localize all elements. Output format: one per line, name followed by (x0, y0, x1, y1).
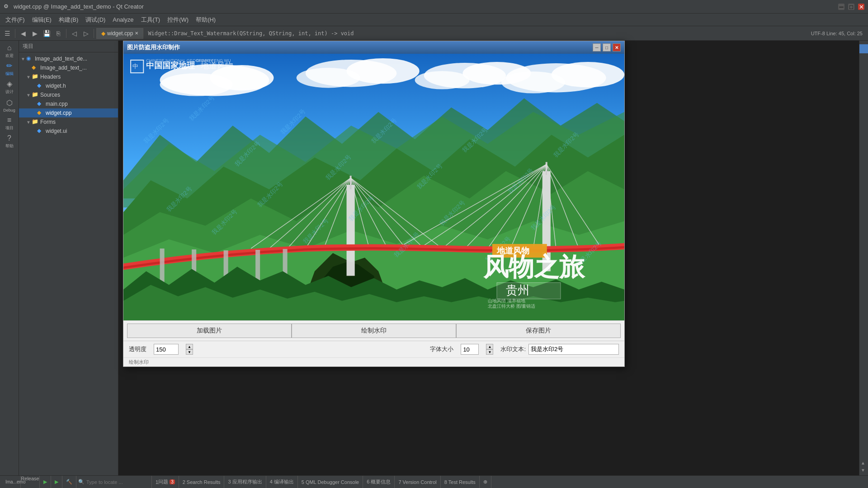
right-chevron-up[interactable]: ▲ (859, 459, 867, 466)
tab-file-icon: ◆ (101, 30, 105, 37)
sidebar-label-welcome: 欢迎 (5, 53, 14, 59)
tab-close-icon[interactable]: ✕ (135, 31, 138, 36)
menu-file[interactable]: 文件(F) (2, 15, 28, 25)
headers-folder-icon: 📁 (32, 73, 39, 80)
app-icon: ⚙ (4, 3, 11, 10)
tree-sources[interactable]: ▼ 📁 Sources (19, 90, 118, 99)
search-icon: 🔍 (78, 479, 85, 485)
menu-help[interactable]: 帮助(H) (192, 15, 219, 25)
problems-label: 问题 (158, 479, 168, 485)
status-compile-output[interactable]: 4 编译输出 (266, 476, 298, 488)
svg-text:北盘江特大桥 图/董锦适: 北盘江特大桥 图/董锦适 (488, 304, 536, 309)
tree-widget-cpp-label: widget.cpp (46, 110, 71, 116)
dialog-minimize-btn[interactable]: ─ (593, 43, 601, 52)
sidebar-item-welcome[interactable]: ⌂ 欢迎 (1, 42, 18, 60)
fontsize-spin-up[interactable]: ▲ (486, 344, 493, 349)
tree-root-file[interactable]: ◆ Image_add_text_... (19, 63, 118, 72)
sidebar-item-project[interactable]: ≡ 项目 (1, 115, 18, 132)
status-problems[interactable]: 1 问题 3 (152, 476, 179, 488)
svg-text:贵州: 贵州 (506, 283, 529, 297)
window-controls: ─ □ ✕ (838, 4, 864, 10)
tree-forms[interactable]: ▼ 📁 Forms (19, 117, 118, 127)
status-run-btn[interactable]: ▶ (40, 476, 51, 488)
tree-main-cpp-label: main.cpp (46, 101, 68, 107)
close-button[interactable]: ✕ (858, 4, 864, 10)
sidebar-label-help: 帮助 (5, 143, 14, 149)
landscape-svg: 我是水印2号 我是水印2号 我是水印2号 我是水印2号 我是水印2号 我是水印2… (123, 54, 624, 320)
dialog-maximize-btn[interactable]: □ (603, 43, 611, 52)
svg-point-6 (347, 58, 420, 84)
status-app-output[interactable]: 3 应用程序输出 (224, 476, 266, 488)
load-image-button[interactable]: 加载图片 (127, 324, 292, 338)
status-version-control[interactable]: 7 Version Control (395, 476, 440, 488)
menu-analyze[interactable]: Analyze (109, 15, 137, 24)
tree-widget-cpp[interactable]: ◆ widget.cpp (19, 108, 118, 117)
status-build-btn[interactable]: 🔨 (62, 476, 76, 488)
minimize-button[interactable]: ─ (838, 4, 844, 10)
tree-widget-ui[interactable]: ◆ widget.ui (19, 127, 118, 136)
menu-bar: 文件(F) 编辑(E) 构建(B) 调试(D) Analyze 工具(T) 控件… (0, 14, 868, 26)
root-folder-icon: ◉ (26, 55, 33, 62)
menu-tools[interactable]: 工具(T) (137, 15, 164, 25)
menu-widgets[interactable]: 控件(W) (164, 15, 192, 25)
watermark-text-input[interactable] (528, 344, 619, 355)
status-debug-run-btn[interactable]: ▶ (51, 476, 62, 488)
tree-main-cpp[interactable]: ◆ main.cpp (19, 99, 118, 108)
toolbar-copy-btn[interactable]: ⎘ (53, 28, 64, 39)
main-cpp-icon: ◆ (37, 100, 44, 108)
tree-root[interactable]: ▼ ◉ Image_add_text_de... (19, 54, 118, 63)
sidebar-label-edit: 编辑 (5, 71, 14, 77)
toolbar-next-btn[interactable]: ▷ (80, 28, 91, 39)
menu-edit[interactable]: 编辑(E) (28, 15, 55, 25)
status-overview[interactable]: 6 概要信息 (363, 476, 395, 488)
sidebar-item-edit[interactable]: ✏ 编辑 (1, 61, 18, 78)
save-image-button[interactable]: 保存图片 (456, 324, 621, 338)
toolbar-project-icon[interactable]: ☰ (2, 28, 13, 39)
watermark-text-label: 水印文本: (500, 345, 526, 353)
toolbar-forward-btn[interactable]: ▶ (29, 28, 40, 39)
sidebar-item-design[interactable]: ◈ 设计 (1, 79, 18, 96)
svg-text:山地风情 滋养福地: 山地风情 滋养福地 (488, 298, 525, 303)
tree-widget-h[interactable]: ◆ widget.h (19, 81, 118, 90)
tree-widget-h-label: widget.h (46, 83, 66, 89)
sidebar-label-project: 项目 (5, 125, 14, 131)
fontsize-input[interactable] (461, 344, 479, 355)
search-input[interactable] (86, 479, 150, 485)
status-release-btn[interactable]: Release (21, 476, 40, 488)
sidebar-item-debug[interactable]: ⬡ Debug (1, 97, 18, 114)
status-search-results[interactable]: 2 Search Results (179, 476, 225, 488)
toolbar-separator-2 (66, 29, 66, 38)
project-tree: ▼ ◉ Image_add_text_de... ◆ Image_add_tex… (19, 52, 118, 475)
opacity-input[interactable] (154, 344, 179, 355)
right-chevron-down[interactable]: ▼ (859, 466, 867, 474)
sidebar-item-help[interactable]: ? 帮助 (1, 133, 18, 150)
editor-tab-widget-cpp[interactable]: ◆ widget.cpp ✕ (96, 28, 143, 39)
opacity-spin-down[interactable]: ▼ (186, 349, 193, 355)
toolbar-save-btn[interactable]: 💾 (41, 28, 52, 39)
menu-build[interactable]: 构建(B) (55, 15, 82, 25)
function-signature: Widget::Draw_Text_Watermark(QString, QSt… (144, 30, 810, 37)
sources-folder-icon: 📁 (32, 91, 39, 99)
status-qml-debugger[interactable]: 5 QML Debugger Console (298, 476, 363, 488)
hint-text: 绘制水印 (129, 359, 149, 365)
status-more[interactable]: ⊕ (480, 476, 491, 488)
menu-debug[interactable]: 调试(D) (82, 15, 109, 25)
opacity-spin-up[interactable]: ▲ (186, 344, 193, 349)
status-test-results[interactable]: 8 Test Results (441, 476, 480, 488)
tree-headers-label: Headers (40, 74, 61, 80)
tree-headers[interactable]: ▼ 📁 Headers (19, 72, 118, 81)
svg-text:DI DAO FENG WU: DI DAO FENG WU (196, 58, 231, 63)
toolbar-back-btn[interactable]: ◀ (18, 28, 28, 39)
dialog-hint: 绘制水印 (123, 357, 624, 366)
toolbar-prev-btn[interactable]: ◁ (69, 28, 80, 39)
maximize-button[interactable]: □ (848, 4, 854, 10)
right-scroll-indicator[interactable] (859, 44, 868, 53)
fontsize-spin-down[interactable]: ▼ (486, 349, 493, 355)
sidebar-icons: ⌂ 欢迎 ✏ 编辑 ◈ 设计 ⬡ Debug ≡ 项目 ? 帮助 (0, 41, 19, 475)
widget-ui-icon: ◆ (37, 127, 44, 135)
dialog-close-btn[interactable]: ✕ (613, 43, 621, 52)
status-search[interactable]: 🔍 (76, 476, 152, 488)
toolbar-separator-1 (15, 29, 15, 38)
app-title: widget.cpp @ Image_add_text_demo - Qt Cr… (14, 3, 838, 10)
draw-watermark-button[interactable]: 绘制水印 (292, 324, 456, 338)
